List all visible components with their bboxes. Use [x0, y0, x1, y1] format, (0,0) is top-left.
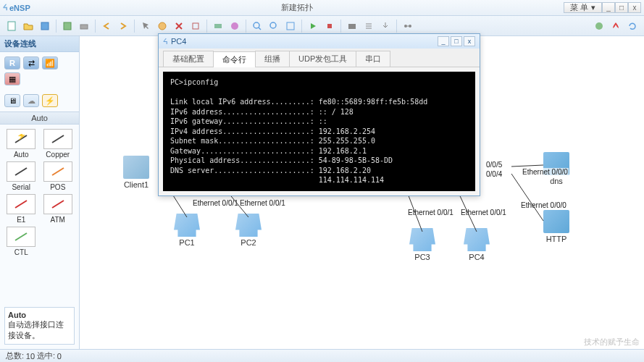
node-pc2[interactable]: PC2 [235, 214, 262, 247]
help-icon[interactable] [592, 19, 606, 33]
list-icon[interactable] [361, 19, 376, 33]
print-icon[interactable] [77, 19, 91, 33]
stop-icon[interactable] [322, 19, 337, 33]
menu-button[interactable]: 菜 单▾ [564, 2, 602, 13]
svg-point-8 [254, 22, 259, 28]
desc-text: 自动选择接口连接设备。 [8, 320, 64, 340]
panel-title: 设备连线 [0, 36, 79, 52]
pc4-close-button[interactable]: x [464, 36, 475, 46]
undo-icon[interactable] [99, 19, 114, 33]
firewall-category-icon[interactable]: ▦ [4, 72, 20, 85]
tab-multicast[interactable]: 组播 [255, 51, 290, 67]
open-icon[interactable] [21, 19, 35, 33]
terminal-output[interactable]: PC>ipconfig Link local IPv6 address.....… [163, 72, 475, 191]
clear-icon[interactable] [188, 19, 203, 33]
cable-e1[interactable] [7, 194, 35, 214]
cable-auto[interactable]: ⚡ [7, 129, 35, 149]
svg-rect-3 [80, 25, 88, 29]
pc4-maximize-button[interactable]: □ [451, 36, 462, 46]
maximize-button[interactable]: □ [615, 2, 628, 13]
svg-rect-13 [348, 24, 356, 29]
cable-ctl[interactable] [7, 227, 35, 247]
cable-pos[interactable] [43, 161, 72, 182]
new-icon[interactable] [4, 19, 19, 33]
tab-serial[interactable]: 串口 [356, 51, 390, 67]
text-icon[interactable] [211, 19, 225, 33]
huawei-icon[interactable] [609, 19, 623, 33]
pc4-window-icon: ᔦ [163, 37, 168, 46]
zoomout-icon[interactable] [267, 19, 281, 33]
description-box: Auto 自动选择接口连接设备。 [4, 307, 75, 345]
refresh-icon[interactable] [625, 19, 640, 33]
svg-point-10 [270, 22, 276, 28]
pc-category-icon[interactable]: 🖥 [4, 94, 20, 107]
svg-point-4 [159, 22, 166, 30]
tab-command-line[interactable]: 命令行 [213, 51, 256, 67]
svg-point-17 [595, 22, 603, 30]
svg-rect-11 [287, 22, 294, 30]
selected-label: 选中: [37, 350, 55, 361]
cable-copper[interactable] [43, 129, 72, 149]
server-icon [543, 210, 569, 233]
delete-icon[interactable] [172, 19, 186, 33]
svg-line-20 [52, 135, 64, 143]
svg-line-24 [52, 201, 64, 208]
pc4-window[interactable]: ᔦ PC4 _ □ x 基础配置 命令行 组播 UDP发包工具 串口 PC>ip… [158, 33, 480, 196]
window-title: 新建拓扑 [30, 2, 564, 13]
cable-serial[interactable] [7, 161, 35, 182]
port-label: Ethernet 0/0/1 [239, 199, 286, 207]
cable-category-icon[interactable]: ⚡ [42, 94, 58, 107]
redo-icon[interactable] [116, 19, 130, 33]
zoomin-icon[interactable] [250, 19, 264, 33]
port-label: Ethernet 0/0/0 [520, 201, 567, 209]
svg-text:⚡: ⚡ [17, 134, 27, 140]
switch-category-icon[interactable]: ⇄ [23, 56, 39, 70]
svg-rect-0 [8, 22, 15, 30]
pc4-tabs: 基础配置 命令行 组播 UDP发包工具 串口 [159, 49, 480, 67]
total-label: 总数: [6, 350, 24, 361]
pc-icon [235, 214, 262, 237]
desc-title: Auto [8, 311, 71, 319]
pc4-minimize-button[interactable]: _ [438, 36, 449, 46]
tab-udp-tool[interactable]: UDP发包工具 [289, 51, 356, 67]
svg-line-21 [15, 168, 27, 175]
cable-atm[interactable] [43, 194, 72, 214]
pan-icon[interactable] [155, 19, 170, 33]
logo-icon: ᔦ [3, 3, 8, 12]
sidebar: 设备连线 R ⇄ 📶 ▦ 🖥 ☁ ⚡ Auto ⚡Auto Copper Ser… [0, 36, 80, 349]
export-icon[interactable] [378, 19, 393, 33]
node-pc4[interactable]: PC4 [464, 228, 490, 261]
pc4-title-text: PC4 [171, 37, 186, 46]
minimize-button[interactable]: _ [602, 2, 615, 13]
svg-line-22 [52, 168, 64, 175]
svg-rect-6 [214, 24, 222, 28]
capture-icon[interactable] [345, 19, 359, 33]
svg-point-14 [404, 25, 407, 28]
pc4-titlebar[interactable]: ᔦ PC4 _ □ x [159, 34, 480, 49]
cloud-category-icon[interactable]: ☁ [23, 94, 39, 107]
device-category-row: R ⇄ 📶 ▦ [0, 52, 79, 90]
node-client1[interactable]: Client1 [123, 156, 149, 189]
node-pc3[interactable]: PC3 [409, 228, 435, 261]
pointer-icon[interactable] [138, 19, 153, 33]
pc-icon [464, 228, 490, 251]
svg-line-25 [15, 233, 27, 240]
node-pc1[interactable]: PC1 [174, 214, 200, 247]
app-logo: ᔦ eNSP [3, 3, 30, 12]
auto-section-header: Auto [0, 111, 79, 125]
tab-basic-config[interactable]: 基础配置 [163, 51, 214, 67]
close-button[interactable]: x [628, 2, 641, 13]
wlan-category-icon[interactable]: 📶 [42, 56, 58, 70]
saveas-icon[interactable] [60, 19, 75, 33]
save-icon[interactable] [38, 19, 52, 33]
network-icon[interactable] [401, 19, 415, 33]
router-category-icon[interactable]: R [4, 56, 20, 70]
statusbar: 总数: 10 选中: 0 [0, 349, 644, 362]
zoomfit-icon[interactable] [283, 19, 298, 33]
svg-point-7 [231, 22, 238, 30]
palette-icon[interactable] [227, 19, 242, 33]
node-http[interactable]: HTTP [543, 210, 569, 243]
start-icon[interactable] [306, 19, 320, 33]
svg-rect-5 [193, 23, 198, 29]
svg-rect-2 [64, 22, 71, 30]
